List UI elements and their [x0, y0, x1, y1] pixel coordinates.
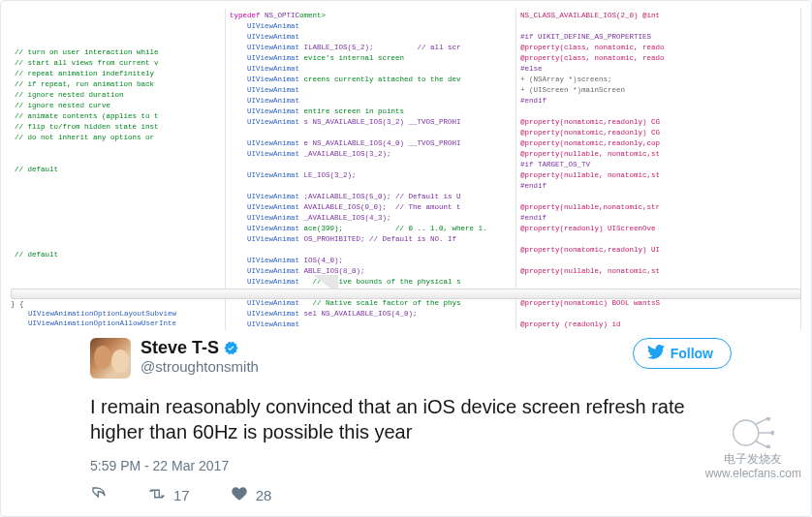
svg-line-1	[756, 418, 767, 424]
user-handle[interactable]: @stroughtonsmith	[141, 358, 623, 375]
twitter-bird-icon	[647, 345, 665, 362]
code-brace: } {	[11, 300, 24, 308]
verified-badge-icon	[223, 340, 239, 356]
diff-pane-left: // turn on user interaction while // sta…	[11, 9, 226, 330]
tweet-text: I remain reasonably convinced that an iO…	[90, 394, 732, 444]
watermark-text-2: www.elecfans.com	[705, 467, 801, 481]
avatar[interactable]	[90, 338, 131, 379]
svg-point-2	[767, 417, 770, 420]
retweet-button[interactable]: 17	[148, 485, 190, 505]
reply-button[interactable]	[90, 485, 108, 505]
tweet-timestamp[interactable]: 5:59 PM - 22 Mar 2017	[90, 458, 732, 473]
retweet-icon	[148, 485, 166, 505]
heart-icon	[231, 485, 248, 505]
follow-label: Follow	[671, 346, 713, 361]
code-comment: // do not inherit any options or	[15, 134, 154, 141]
diff-divider	[11, 289, 801, 299]
svg-point-4	[771, 432, 774, 435]
tweet-actions: 17 28	[90, 485, 732, 505]
code-token: UIViewAnimationOptionLayoutSubview	[28, 310, 176, 318]
tweet-card: Steve T-S @stroughtonsmith Follow I rema…	[90, 338, 732, 505]
code-comment: // default	[15, 166, 58, 173]
code-token: UIViewAnimationOptionAllowUserInte	[28, 319, 176, 327]
diff-pane-middle: typedef NS_OPTIComent> UIViewAnimat UIVi…	[226, 9, 516, 330]
retweet-count: 17	[173, 487, 190, 503]
reply-icon	[90, 485, 108, 505]
follow-button[interactable]: Follow	[633, 338, 732, 369]
diff-pane-right: NS_CLASS_AVAILABLE_IOS(2_0) @int #if UIK…	[516, 9, 801, 330]
diff-pane-bottom: } { UIViewAnimationOptionLayoutSubview U…	[11, 299, 801, 328]
code-comment: // ignore nested curve	[15, 102, 110, 109]
display-name[interactable]: Steve T-S	[141, 338, 219, 358]
code-comment: // turn on user interaction while	[15, 48, 159, 56]
like-button[interactable]: 28	[231, 485, 272, 505]
code-comment: // animate contents (applies to t	[15, 112, 159, 120]
code-diff-backdrop: // turn on user interaction while // sta…	[1, 1, 811, 330]
code-comment: // if repeat, run animation back	[15, 80, 154, 88]
watermark-text-1: 电子发烧友	[705, 452, 801, 467]
watermark: 电子发烧友 www.elecfans.com	[705, 417, 801, 481]
tweet-header: Steve T-S @stroughtonsmith Follow	[90, 338, 732, 379]
code-comment: // start all views from current v	[15, 59, 159, 67]
code-comment: // ignore nested duration	[15, 91, 124, 99]
code-comment: // default	[15, 251, 58, 258]
svg-point-6	[767, 445, 770, 448]
code-comment: // repeat animation indefinitely	[15, 70, 154, 77]
code-comment: // flip to/from hidden state inst	[15, 123, 159, 131]
like-count: 28	[256, 487, 272, 503]
svg-point-0	[734, 420, 759, 445]
svg-line-5	[756, 441, 767, 447]
watermark-logo-icon	[732, 417, 774, 448]
